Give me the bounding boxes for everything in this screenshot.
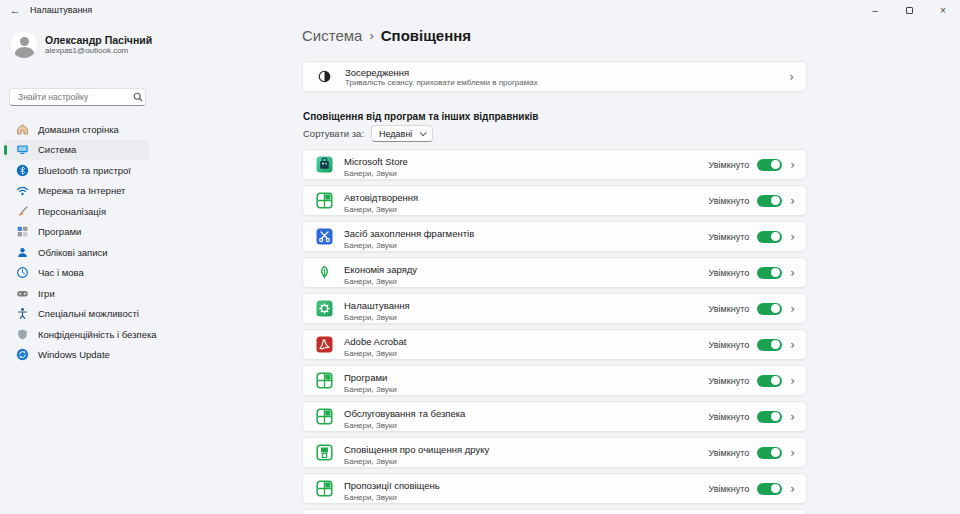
sidebar-item-personalization[interactable]: Персоналізація <box>4 201 282 221</box>
notification-toggle[interactable] <box>757 483 782 495</box>
notification-toggle[interactable] <box>757 411 782 423</box>
grid-icon <box>316 192 333 209</box>
network-icon <box>15 184 29 198</box>
window-title: Налаштування <box>30 5 92 15</box>
sort-dropdown[interactable]: Недавні <box>371 125 433 142</box>
accounts-icon <box>15 245 29 259</box>
chevron-down-icon <box>420 129 427 136</box>
app-subtitle: Банери, Звуки <box>344 493 709 502</box>
acrobat-icon <box>316 336 333 353</box>
app-subtitle: Банери, Звуки <box>344 241 709 250</box>
app-row-microsoft-store[interactable]: Microsoft Store Банери, Звуки Увімкнуто … <box>302 149 807 180</box>
notification-toggle[interactable] <box>757 267 782 279</box>
store-icon <box>316 156 333 173</box>
sidebar-item-label: Персоналізація <box>38 206 106 217</box>
sidebar-item-apps[interactable]: Програми <box>4 222 282 242</box>
breadcrumb-parent[interactable]: Система <box>302 27 362 44</box>
notification-toggle[interactable] <box>757 303 782 315</box>
app-row-snipping-tool[interactable]: Засіб захоплення фрагментів Банери, Звук… <box>302 221 807 252</box>
sidebar-item-label: Час і мова <box>38 267 84 278</box>
notification-toggle[interactable] <box>757 231 782 243</box>
sidebar-item-system[interactable]: Система <box>4 140 149 160</box>
snipping-icon <box>316 228 333 245</box>
chevron-right-icon: › <box>790 266 795 280</box>
sidebar-item-label: Bluetooth та пристрої <box>38 165 131 176</box>
minimize-icon[interactable]: – <box>858 0 892 20</box>
app-row-battery-saver[interactable]: Економія заряду Банери, Звуки Увімкнуто … <box>302 257 807 288</box>
search-box[interactable] <box>9 88 146 106</box>
app-name: Пропозиції сповіщень <box>344 480 440 491</box>
partial-next-card <box>302 509 807 514</box>
app-row-apps[interactable]: Програми Банери, Звуки Увімкнуто › <box>302 365 807 396</box>
main-content: Система › Сповіщення Зосередження Тривал… <box>302 20 807 514</box>
chevron-right-icon: › <box>789 70 794 84</box>
toggle-status-label: Увімкнуто <box>709 340 750 350</box>
toggle-status-label: Увімкнуто <box>709 160 750 170</box>
apps-icon <box>15 225 29 239</box>
sidebar-item-label: Мережа та Інтернет <box>38 185 125 196</box>
sidebar-item-label: Спеціальні можливості <box>38 308 139 319</box>
section-title: Сповіщення від програм та інших відправн… <box>303 111 538 122</box>
user-name: Олександр Пасічний <box>45 34 152 46</box>
notification-toggle[interactable] <box>757 375 782 387</box>
chevron-right-icon: › <box>790 158 795 172</box>
sidebar-item-home[interactable]: Домашня сторінка <box>4 119 282 139</box>
sidebar-item-windows-update[interactable]: Windows Update <box>4 345 282 365</box>
focus-card[interactable]: Зосередження Тривалість сеансу, приховат… <box>302 61 807 92</box>
sidebar-item-privacy[interactable]: Конфіденційність і безпека <box>4 324 282 344</box>
app-row-adobe-acrobat[interactable]: Adobe Acrobat Банери, Звуки Увімкнуто › <box>302 329 807 360</box>
toggle-status-label: Увімкнуто <box>709 376 750 386</box>
personalization-icon <box>15 204 29 218</box>
sort-value: Недавні <box>379 129 420 139</box>
gear-green-icon <box>316 300 333 317</box>
sidebar-item-accessibility[interactable]: Спеціальні можливості <box>4 304 282 324</box>
app-row-settings[interactable]: Налаштування Банери, Звуки Увімкнуто › <box>302 293 807 324</box>
app-subtitle: Банери, Звуки <box>344 349 709 358</box>
toggle-status-label: Увімкнуто <box>709 448 750 458</box>
app-name: Автовідтворення <box>344 192 418 203</box>
app-name: Сповіщення про очищення друку <box>344 444 489 455</box>
app-row-maintenance-security[interactable]: Обслуговування та безпека Банери, Звуки … <box>302 401 807 432</box>
app-row-autoplay[interactable]: Автовідтворення Банери, Звуки Увімкнуто … <box>302 185 807 216</box>
maximize-icon[interactable] <box>892 0 926 20</box>
user-email: alexpas1@outlook.com <box>45 46 152 56</box>
toggle-status-label: Увімкнуто <box>709 268 750 278</box>
sidebar-item-network[interactable]: Мережа та Інтернет <box>4 181 282 201</box>
toggle-status-label: Увімкнуто <box>709 232 750 242</box>
sidebar-item-label: Система <box>38 144 76 155</box>
privacy-icon <box>15 327 29 341</box>
accessibility-icon <box>15 307 29 321</box>
toggle-status-label: Увімкнуто <box>709 412 750 422</box>
chevron-right-icon: › <box>790 374 795 388</box>
search-input[interactable] <box>10 92 133 102</box>
toggle-status-label: Увімкнуто <box>709 304 750 314</box>
sidebar-item-time-language[interactable]: Час і мова <box>4 263 282 283</box>
notification-toggle[interactable] <box>757 159 782 171</box>
windows-update-icon <box>15 348 29 362</box>
home-icon <box>15 122 29 136</box>
chevron-right-icon: › <box>790 446 795 460</box>
selected-accent-bar <box>4 145 7 155</box>
notification-toggle[interactable] <box>757 339 782 351</box>
sidebar-item-gaming[interactable]: Ігри <box>4 283 282 303</box>
breadcrumb-separator: › <box>369 28 373 43</box>
app-name: Microsoft Store <box>344 156 408 167</box>
grid-icon <box>316 408 333 425</box>
app-name: Економія заряду <box>344 264 417 275</box>
gaming-icon <box>15 286 29 300</box>
system-icon <box>15 143 29 157</box>
app-subtitle: Банери, Звуки <box>344 313 709 322</box>
sidebar-item-bluetooth[interactable]: Bluetooth та пристрої <box>4 160 282 180</box>
back-arrow-icon[interactable]: ← <box>0 4 30 16</box>
toggle-status-label: Увімкнуто <box>709 196 750 206</box>
notification-toggle[interactable] <box>757 447 782 459</box>
notification-toggle[interactable] <box>757 195 782 207</box>
chevron-right-icon: › <box>790 410 795 424</box>
app-row-print-cleanup-notifications[interactable]: Сповіщення про очищення друку Банери, Зв… <box>302 437 807 468</box>
app-row-notification-suggestions[interactable]: Пропозиції сповіщень Банери, Звуки Увімк… <box>302 473 807 504</box>
focus-icon <box>317 69 332 84</box>
sidebar-item-accounts[interactable]: Облікові записи <box>4 242 282 262</box>
grid-icon <box>316 372 333 389</box>
user-profile[interactable]: Олександр Пасічний alexpas1@outlook.com <box>11 32 152 58</box>
close-icon[interactable]: × <box>926 0 960 20</box>
